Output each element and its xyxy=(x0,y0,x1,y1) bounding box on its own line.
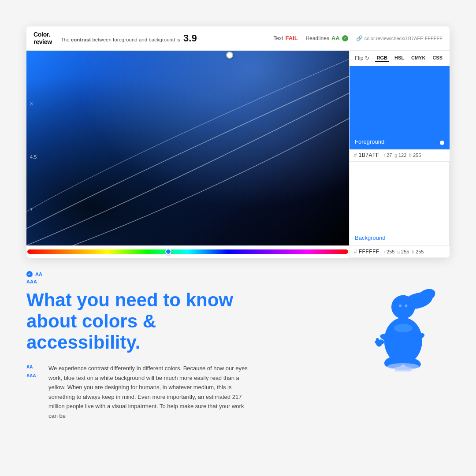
headlines-check-icon: ✓ xyxy=(342,35,348,41)
svg-point-16 xyxy=(376,338,379,341)
body-aa-label: AA xyxy=(26,364,40,371)
fg-hash: # xyxy=(354,152,357,158)
fg-b-value[interactable]: 255 xyxy=(413,152,421,158)
flip-label: Flip xyxy=(355,55,363,61)
headlines-badge-group: Headlines AA ✓ xyxy=(306,35,348,41)
body-text: We experience contrast differently in di… xyxy=(48,364,251,420)
svg-rect-10 xyxy=(395,366,412,372)
text-label: Text xyxy=(273,35,283,41)
aaa-badge-label: AAA xyxy=(26,279,37,284)
foreground-label: Foreground xyxy=(355,138,384,145)
bg-r-value[interactable]: 255 xyxy=(387,249,394,254)
contrast-info: The contrast between foreground and back… xyxy=(61,33,265,44)
app-container: Color. review The contrast between foreg… xyxy=(26,26,450,258)
hue-slider[interactable] xyxy=(27,249,348,254)
gradient-canvas[interactable]: 3 4.5 7 xyxy=(26,51,349,245)
background-label: Background xyxy=(355,234,385,241)
content-left: ✓ AA AAA What you need to know about col… xyxy=(26,271,339,421)
fg-hex-value[interactable]: 1B7AFF xyxy=(359,152,379,158)
hue-slider-wrap xyxy=(26,245,349,258)
canvas-column: 3 4.5 7 xyxy=(26,51,349,258)
bg-b-item: b 255 xyxy=(412,249,424,254)
main-heading: What you need to know about colors & acc… xyxy=(26,290,256,353)
contrast-value: 3.9 xyxy=(183,33,197,44)
aa-badges: ✓ AA AAA xyxy=(26,271,339,284)
foreground-input-row: # 1B7AFF r 27 g 122 b 255 xyxy=(350,149,450,161)
background-swatch[interactable]: Background xyxy=(350,161,450,246)
color-mode-tabs: RGB HSL CMYK CSS xyxy=(375,54,444,62)
aa-badge-row: ✓ AA xyxy=(26,271,339,277)
logo[interactable]: Color. review xyxy=(33,31,52,46)
aa-check-icon: ✓ xyxy=(26,271,33,277)
illustration xyxy=(353,271,450,372)
url-text: color.review/check/1B7AFF-FFFFFF xyxy=(364,36,443,41)
contrast-bold: contrast xyxy=(71,37,91,42)
mode-tab-rgb[interactable]: RGB xyxy=(375,54,389,62)
fg-r-value[interactable]: 27 xyxy=(387,152,392,158)
y-axis-labels: 3 4.5 7 xyxy=(30,51,37,245)
bg-r-item: r 255 xyxy=(384,249,395,254)
y-label-3: 3 xyxy=(30,101,37,106)
link-icon: 🔗 xyxy=(356,35,363,41)
fg-g-item: g 122 xyxy=(394,152,406,158)
fg-r-item: r 27 xyxy=(384,152,392,158)
fg-g-value[interactable]: 122 xyxy=(398,152,406,158)
sidebar: Flip ↻ RGB HSL CMYK CSS Foreground # 1B7… xyxy=(349,51,450,258)
bg-g-value[interactable]: 255 xyxy=(401,249,409,254)
person-illustration xyxy=(357,271,445,372)
bg-b-value[interactable]: 255 xyxy=(416,249,424,254)
bg-hash: # xyxy=(354,249,357,255)
y-label-45: 4.5 xyxy=(30,154,37,160)
svg-point-11 xyxy=(399,304,402,307)
flip-icon: ↻ xyxy=(365,55,369,61)
mode-tab-cmyk[interactable]: CMYK xyxy=(409,54,427,62)
svg-point-12 xyxy=(405,304,408,307)
text-badge-group: Text FAIL xyxy=(273,35,298,41)
body-text-area: AA AAA We experience contrast differentl… xyxy=(26,364,339,420)
text-fail-badge: FAIL xyxy=(285,35,298,41)
foreground-swatch[interactable]: Foreground xyxy=(350,66,450,150)
url-link[interactable]: 🔗 color.review/check/1B7AFF-FFFFFF xyxy=(356,35,443,41)
aaa-badge-row: AAA xyxy=(26,279,339,284)
mode-tab-hsl[interactable]: HSL xyxy=(393,54,406,62)
content-section: ✓ AA AAA What you need to know about col… xyxy=(26,271,450,421)
body-aaa-label: AAA xyxy=(26,372,40,379)
contrast-lines xyxy=(26,51,349,245)
fg-b-item: b 255 xyxy=(409,152,421,158)
aa-badge-label: AA xyxy=(35,271,42,277)
bg-hex-value[interactable]: FFFFFF xyxy=(359,249,379,255)
flip-button[interactable]: Flip ↻ xyxy=(355,55,369,61)
sidebar-controls: Flip ↻ RGB HSL CMYK CSS xyxy=(350,51,450,66)
foreground-dot xyxy=(440,141,444,145)
header-badges: Text FAIL Headlines AA ✓ 🔗 color.review/… xyxy=(273,35,443,41)
bg-rgb-group: r 255 g 255 b 255 xyxy=(384,249,424,254)
y-label-7: 7 xyxy=(30,207,37,212)
headlines-aa-badge: AA xyxy=(331,35,340,41)
main-area: 3 4.5 7 Flip ↻ RGB xyxy=(26,51,450,258)
svg-point-13 xyxy=(394,324,413,332)
fg-rgb-group: r 27 g 122 b 255 xyxy=(384,152,421,158)
logo-line1: Color. xyxy=(33,31,52,38)
bg-g-item: g 255 xyxy=(397,249,409,254)
mode-tab-css[interactable]: CSS xyxy=(431,54,444,62)
logo-line2: review xyxy=(33,38,52,46)
header: Color. review The contrast between foreg… xyxy=(26,26,450,51)
headlines-label: Headlines xyxy=(306,35,329,41)
hue-slider-thumb[interactable] xyxy=(165,249,171,255)
body-aa-labels: AA AAA xyxy=(26,364,40,420)
background-input-row: # FFFFFF r 255 g 255 b 255 xyxy=(350,246,450,258)
